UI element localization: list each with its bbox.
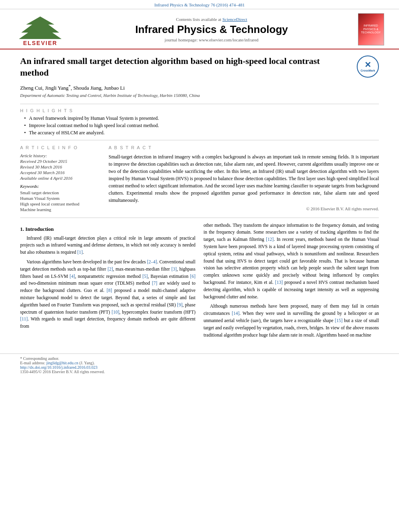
keywords-label: Keywords: [20, 184, 101, 189]
journal-citation-bar: Infrared Physics & Technology 76 (2016) … [0, 0, 399, 9]
body-right-para1: other methods. They transform the airspa… [204, 222, 379, 301]
ref-13[interactable]: [13] [275, 280, 283, 285]
journal-header: ELSEVIER Contents lists available at Sci… [0, 9, 399, 49]
ref-1[interactable]: [1] [77, 250, 82, 255]
doi-link[interactable]: http://dx.doi.org/10.1016/j.infrared.201… [20, 365, 97, 370]
highlight-item-1: A novel framework inspired by Human Visu… [24, 115, 379, 121]
keyword-1: Small target detection [20, 190, 101, 195]
crossmark-icon: ✕ [364, 61, 371, 69]
highlight-item-3: The accuracy of HSLCM are analyzed. [24, 130, 379, 136]
keyword-4: Machine learning [20, 207, 101, 212]
journal-cover-area: INFRARED PHYSICS & TECHNOLOGY [355, 13, 387, 49]
crossmark-label: CrossMark [360, 69, 375, 72]
corresponding-author-note: * Corresponding author. [20, 356, 379, 361]
ref-8[interactable]: [8] [107, 288, 112, 293]
accepted-date: Accepted 30 March 2016 [20, 170, 101, 175]
keywords-list: Small target detection Human Visual Syst… [20, 190, 101, 212]
svg-rect-2 [37, 37, 43, 39]
highlights-label: H I G H L I G H T S [20, 108, 379, 113]
footer-bar: * Corresponding author. E-mail address: … [0, 353, 399, 376]
sciencedirect-link[interactable]: ScienceDirect [222, 17, 247, 22]
ref-7[interactable]: [7] [152, 281, 157, 286]
keywords-section: Keywords: Small target detection Human V… [20, 184, 101, 212]
article-info-label: A R T I C L E I N F O [20, 145, 101, 150]
abstract-text: Small-target detection in infrared image… [109, 153, 379, 204]
intro-para1: Infrared (IR) small-target detection pla… [20, 235, 195, 256]
ref-4[interactable]: [4] [70, 274, 75, 279]
elsevier-wordmark: ELSEVIER [23, 40, 57, 46]
revised-date: Revised 30 March 2016 [20, 164, 101, 169]
body-right-col: other methods. They transform the airspa… [204, 222, 379, 341]
divider-1 [20, 104, 379, 104]
elsevier-tree-icon [18, 16, 62, 40]
keyword-3: High speed local contrast method [20, 201, 101, 206]
author-email[interactable]: jinglidg@hit.edu.cn [46, 361, 78, 365]
body-left-col: 1. Introduction Infrared (IR) small-targ… [20, 222, 195, 341]
elsevier-logo-area: ELSEVIER [12, 16, 68, 46]
abstract-col: A B S T R A C T Small-target detection i… [109, 145, 379, 213]
history-label: Article history: [20, 153, 101, 158]
journal-cover-image: INFRARED PHYSICS & TECHNOLOGY [358, 13, 384, 45]
ref-11[interactable]: [11] [20, 316, 28, 321]
divider-2 [20, 140, 379, 140]
affiliation-text: Department of Automatic Testing and Cont… [20, 93, 379, 98]
highlight-item-2: Improve local contrast method to high sp… [24, 123, 379, 129]
ref-2[interactable]: [2] [107, 267, 113, 271]
email-line: E-mail address: jinglidg@hit.edu.cn (J. … [20, 361, 379, 365]
highlights-section: H I G H L I G H T S A novel framework in… [20, 108, 379, 136]
ref-5[interactable]: [5] [142, 274, 148, 279]
crossmark-badge: ✕ CrossMark [357, 55, 379, 78]
article-history: Article history: Received 29 October 201… [20, 153, 101, 181]
contents-available: Contents lists available at ScienceDirec… [68, 17, 355, 22]
divider-3 [20, 218, 379, 218]
received-date: Received 29 October 2015 [20, 159, 101, 164]
keyword-2: Human Visual System [20, 196, 101, 201]
ref-6[interactable]: [6] [190, 274, 195, 279]
article-info-col: A R T I C L E I N F O Article history: R… [20, 145, 101, 213]
intro-para2: Various algorithms have been developed i… [20, 259, 195, 330]
journal-title: Infrared Physics & Technology [68, 23, 355, 36]
body-content: 1. Introduction Infrared (IR) small-targ… [20, 222, 379, 341]
abstract-label: A B S T R A C T [109, 145, 379, 150]
copyright-line: © 2016 Elsevier B.V. All rights reserved… [109, 206, 379, 211]
ref-14[interactable]: [14] [232, 311, 239, 316]
journal-header-center: Contents lists available at ScienceDirec… [68, 17, 355, 45]
ref-12[interactable]: [12] [266, 237, 274, 242]
issn-line: 1350-4495/© 2016 Elsevier B.V. All right… [20, 370, 379, 374]
ref-3[interactable]: [3] [171, 267, 177, 271]
doi-line: http://dx.doi.org/10.1016/j.infrared.201… [20, 365, 379, 370]
intro-heading: 1. Introduction [20, 226, 195, 232]
email-suffix: (J. Yang). [79, 361, 95, 365]
available-date: Available online 4 April 2016 [20, 176, 101, 181]
ref-15[interactable]: [15] [335, 318, 342, 323]
journal-citation: Infrared Physics & Technology 76 (2016) … [154, 2, 245, 7]
ref-9[interactable]: [9] [177, 302, 182, 307]
article-title-text: An infrared small target detection algor… [20, 56, 320, 78]
article-title-container: An infrared small target detection algor… [20, 55, 379, 78]
highlights-list: A novel framework inspired by Human Visu… [20, 115, 379, 136]
paper-content: An infrared small target detection algor… [0, 49, 399, 349]
ref-10[interactable]: [10] [111, 310, 119, 314]
body-right-para2: Although numerous methods have been prop… [204, 303, 379, 339]
ref-2-4[interactable]: [2–4] [147, 259, 157, 264]
authors-line: Zheng Cui, Jingli Yang*, Shouda Jiang, J… [20, 83, 379, 91]
authors-text: Zheng Cui, Jingli Yang*, Shouda Jiang, J… [20, 85, 125, 91]
article-info-abstract: A R T I C L E I N F O Article history: R… [20, 145, 379, 213]
elsevier-logo: ELSEVIER [12, 16, 68, 46]
journal-homepage: journal homepage: www.elsevier.com/locat… [68, 37, 355, 42]
